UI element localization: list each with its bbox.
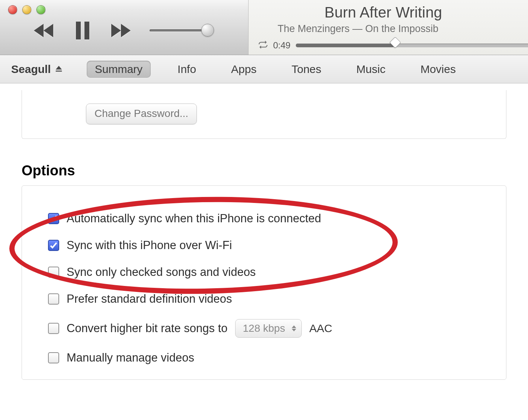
label-prefer-sd: Prefer standard definition videos bbox=[67, 292, 232, 306]
label-convert: Convert higher bit rate songs to bbox=[67, 322, 228, 335]
option-prefer-sd: Prefer standard definition videos bbox=[48, 292, 484, 306]
svg-marker-6 bbox=[55, 66, 62, 69]
label-wifi-sync: Sync with this iPhone over Wi-Fi bbox=[67, 239, 232, 252]
bitrate-suffix: AAC bbox=[309, 322, 332, 335]
option-only-checked: Sync only checked songs and videos bbox=[48, 265, 484, 279]
track-artist: The Menzingers — On the Impossib bbox=[278, 23, 528, 35]
tab-movies[interactable]: Movies bbox=[412, 61, 464, 78]
minimize-window-button[interactable] bbox=[22, 5, 31, 14]
svg-rect-7 bbox=[55, 70, 62, 71]
option-convert: Convert higher bit rate songs to 128 kbp… bbox=[48, 319, 484, 338]
svg-rect-3 bbox=[84, 22, 89, 39]
bitrate-select[interactable]: 128 kbps bbox=[235, 319, 302, 338]
progress-row: 0:49 bbox=[258, 40, 528, 51]
option-auto-sync: Automatically sync when this iPhone is c… bbox=[48, 212, 484, 225]
close-window-button[interactable] bbox=[8, 5, 17, 14]
tab-music[interactable]: Music bbox=[348, 61, 394, 78]
pause-button[interactable] bbox=[71, 19, 95, 42]
volume-slider[interactable] bbox=[150, 27, 213, 34]
zoom-window-button[interactable] bbox=[36, 5, 45, 14]
summary-content: Change Password... Options Automatically… bbox=[0, 90, 528, 380]
options-panel: Automatically sync when this iPhone is c… bbox=[22, 185, 506, 380]
checkbox-manual[interactable] bbox=[48, 352, 59, 363]
traffic-lights bbox=[8, 5, 45, 14]
tab-apps[interactable]: Apps bbox=[223, 61, 265, 78]
bitrate-value: 128 kbps bbox=[243, 322, 285, 334]
previous-track-button[interactable] bbox=[32, 19, 56, 42]
elapsed-time: 0:49 bbox=[273, 40, 291, 51]
svg-marker-1 bbox=[34, 24, 44, 37]
svg-marker-4 bbox=[111, 24, 121, 37]
now-playing-panel: Burn After Writing The Menzingers — On t… bbox=[248, 0, 528, 55]
option-manual: Manually manage videos bbox=[48, 351, 484, 365]
backup-panel-bottom: Change Password... bbox=[22, 90, 506, 139]
checkbox-auto-sync[interactable] bbox=[48, 213, 59, 224]
volume-knob[interactable] bbox=[201, 24, 214, 36]
stepper-icon bbox=[292, 325, 296, 331]
svg-rect-2 bbox=[76, 22, 81, 39]
playback-controls bbox=[32, 19, 213, 42]
repeat-icon[interactable] bbox=[258, 40, 268, 51]
checkbox-convert[interactable] bbox=[48, 323, 59, 334]
tab-tones[interactable]: Tones bbox=[284, 61, 330, 78]
device-name: Seagull bbox=[11, 63, 51, 76]
device-tab-row: Seagull Summary Info Apps Tones Music Mo… bbox=[0, 55, 528, 83]
label-auto-sync: Automatically sync when this iPhone is c… bbox=[67, 212, 321, 225]
svg-marker-0 bbox=[44, 24, 53, 37]
next-track-button[interactable] bbox=[109, 19, 133, 42]
checkbox-only-checked[interactable] bbox=[48, 267, 59, 278]
track-title: Burn After Writing bbox=[324, 4, 528, 21]
options-heading: Options bbox=[22, 163, 506, 179]
label-manual: Manually manage videos bbox=[67, 351, 194, 365]
tab-info[interactable]: Info bbox=[169, 61, 204, 78]
checkbox-wifi-sync[interactable] bbox=[48, 240, 59, 251]
device-indicator[interactable]: Seagull bbox=[11, 63, 63, 76]
progress-bar[interactable] bbox=[296, 44, 528, 47]
window-titlebar: Burn After Writing The Menzingers — On t… bbox=[0, 0, 528, 55]
checkbox-prefer-sd[interactable] bbox=[48, 293, 59, 305]
eject-icon[interactable] bbox=[55, 63, 63, 76]
svg-marker-5 bbox=[121, 24, 131, 37]
label-only-checked: Sync only checked songs and videos bbox=[67, 265, 256, 279]
change-password-button[interactable]: Change Password... bbox=[86, 104, 197, 124]
option-wifi-sync: Sync with this iPhone over Wi-Fi bbox=[48, 239, 484, 252]
tab-summary[interactable]: Summary bbox=[87, 61, 151, 78]
progress-fill bbox=[296, 44, 394, 47]
